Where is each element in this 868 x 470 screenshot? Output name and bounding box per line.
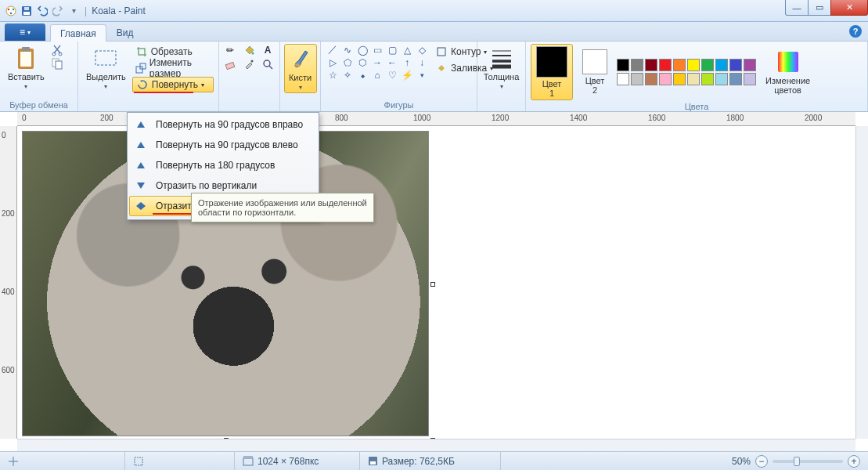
horizontal-scrollbar[interactable] <box>17 439 855 451</box>
color-palette[interactable] <box>617 59 756 85</box>
maximize-button[interactable]: ▭ <box>808 0 831 16</box>
clipboard-icon <box>13 45 38 70</box>
svg-rect-18 <box>225 62 234 69</box>
rotate-item-label: Повернуть на 90 градусов вправо <box>156 119 303 130</box>
tab-view[interactable]: Вид <box>106 24 144 41</box>
rotate-item-icon <box>132 158 149 172</box>
dimensions-icon <box>243 456 254 467</box>
color-cell[interactable] <box>631 73 643 85</box>
minimize-button[interactable]: — <box>785 0 809 16</box>
file-menu-button[interactable]: ≡ <box>5 24 45 41</box>
svg-point-2 <box>13 8 15 10</box>
color-cell[interactable] <box>645 73 657 85</box>
rotate-item-label: Отразить по вертикали <box>156 180 257 191</box>
color-cell[interactable] <box>673 73 686 85</box>
vertical-scrollbar[interactable] <box>855 126 868 439</box>
copy-icon[interactable] <box>51 57 63 70</box>
select-button[interactable]: Выделить ▾ <box>83 44 129 92</box>
rotate-button[interactable]: Повернуть▾ <box>132 77 214 92</box>
eraser-icon[interactable] <box>224 58 236 70</box>
redo-icon[interactable] <box>52 5 64 17</box>
rotate-item-icon <box>132 118 149 132</box>
color-cell[interactable] <box>673 59 686 71</box>
annotation-underline <box>134 92 193 93</box>
color-cell[interactable] <box>701 59 714 71</box>
color1-button[interactable]: Цвет 1 <box>531 44 573 100</box>
color-cell[interactable] <box>729 73 742 85</box>
color-cell[interactable] <box>701 73 714 85</box>
color-cell[interactable] <box>659 59 672 71</box>
help-icon[interactable]: ? <box>849 25 862 38</box>
magnifier-icon[interactable] <box>261 58 274 70</box>
spectrum-icon <box>776 49 801 74</box>
color-cell[interactable] <box>715 59 728 71</box>
ribbon-tab-row: ≡ Главная Вид ? <box>0 22 868 42</box>
text-icon[interactable]: A <box>261 44 274 56</box>
svg-rect-29 <box>243 458 253 465</box>
color2-swatch <box>582 49 607 74</box>
svg-rect-27 <box>778 52 798 72</box>
color-cell[interactable] <box>715 73 728 85</box>
zoom-value: 50% <box>732 456 751 467</box>
paste-button[interactable]: Вставить ▾ <box>5 44 48 92</box>
color-cell[interactable] <box>645 59 657 71</box>
resize-icon <box>135 62 146 74</box>
rotate-icon <box>136 78 149 91</box>
svg-rect-8 <box>20 52 31 67</box>
color-cell[interactable] <box>687 73 700 85</box>
rotate-menu-item[interactable]: Повернуть на 90 градусов влево <box>129 135 317 155</box>
rotate-item-label: Повернуть на 180 градусов <box>156 160 275 171</box>
zoom-in-button[interactable]: + <box>848 455 860 468</box>
edit-colors-button[interactable]: Изменение цветов <box>762 48 813 96</box>
group-clipboard: Вставить ▾ Буфер обмена <box>0 42 78 111</box>
zoom-out-button[interactable]: − <box>755 455 768 468</box>
color-cell[interactable] <box>729 59 742 71</box>
group-tools: ✏ A <box>219 42 280 111</box>
crop-icon <box>135 45 148 58</box>
canvas-dimensions-cell: 1024 × 768пкс <box>235 452 360 470</box>
color-cell[interactable] <box>687 59 700 71</box>
zoom-control: 50% − + <box>724 455 868 468</box>
color-cell[interactable] <box>744 73 756 85</box>
svg-rect-9 <box>22 47 30 51</box>
rotate-menu-item[interactable]: Повернуть на 180 градусов <box>129 155 317 175</box>
bucket-icon[interactable] <box>243 44 255 56</box>
group-image: Выделить ▾ Обрезать Изменить размер Пове… <box>78 42 219 111</box>
size-button[interactable]: Толщина ▾ <box>481 44 523 92</box>
line-weight-icon <box>489 45 514 70</box>
pencil-icon[interactable]: ✏ <box>224 44 236 56</box>
fill-icon <box>435 62 448 74</box>
color-cell[interactable] <box>617 73 629 85</box>
tab-home[interactable]: Главная <box>50 24 106 42</box>
close-button[interactable]: ✕ <box>830 0 868 16</box>
color-cell[interactable] <box>631 59 643 71</box>
color-cell[interactable] <box>617 59 629 71</box>
color-cell[interactable] <box>744 59 756 71</box>
save-icon[interactable] <box>20 5 33 17</box>
eyedropper-icon[interactable] <box>243 58 255 70</box>
cut-icon[interactable] <box>51 44 63 56</box>
brushes-button[interactable]: Кисти ▾ <box>284 44 317 93</box>
status-bar: 1024 × 768пкс Размер: 762,5КБ 50% − + <box>0 451 868 470</box>
cursor-position-cell <box>0 452 125 470</box>
file-size-cell: Размер: 762,5КБ <box>360 452 501 470</box>
rotate-menu-item[interactable]: Повернуть на 90 градусов вправо <box>129 114 317 135</box>
rotate-item-icon <box>132 138 149 152</box>
zoom-slider[interactable] <box>773 460 843 463</box>
selection-size-cell <box>125 452 235 470</box>
zoom-slider-thumb[interactable] <box>794 457 800 466</box>
title-bar: ▾ | Koala - Paint — ▭ ✕ <box>0 0 868 22</box>
color-cell[interactable] <box>659 73 672 85</box>
svg-point-1 <box>8 8 10 10</box>
vertical-ruler: 0200400600 <box>0 126 17 439</box>
color2-button[interactable]: Цвет 2 <box>579 48 610 96</box>
shape-palette[interactable]: ／∿◯▭▢△◇ ▷⬠⬡→←↑↓ ☆✧⬥⌂♡⚡▾ <box>326 44 429 81</box>
undo-icon[interactable] <box>36 5 49 17</box>
svg-rect-22 <box>438 48 445 56</box>
qat-dropdown-icon[interactable]: ▾ <box>67 5 80 17</box>
group-shapes: ／∿◯▭▢△◇ ▷⬠⬡→←↑↓ ☆✧⬥⌂♡⚡▾ Контур▾ Заливка▾… <box>321 42 477 111</box>
window-controls: — ▭ ✕ <box>786 0 868 16</box>
resize-handle-e[interactable] <box>430 282 435 287</box>
rotate-item-icon <box>132 199 149 213</box>
resize-button[interactable]: Изменить размер <box>132 60 214 76</box>
